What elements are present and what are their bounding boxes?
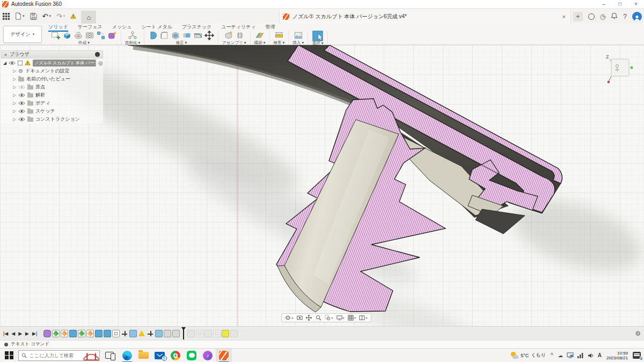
timeline-feature-suppressed-icon[interactable] <box>213 330 221 337</box>
text-command-bar[interactable]: テキスト コマンド <box>0 340 644 348</box>
panel-options-icon[interactable] <box>95 52 100 57</box>
construction-plane-icon[interactable] <box>255 31 265 40</box>
taskbar-app-fusion[interactable] <box>216 349 232 362</box>
orbit-button[interactable]: ▾ <box>285 315 293 321</box>
caret-down-icon[interactable]: ▾ <box>283 40 285 45</box>
extrude-icon[interactable] <box>62 31 72 40</box>
save-button[interactable] <box>27 10 40 22</box>
timeline-feature-extrude-icon[interactable] <box>104 330 111 337</box>
home-tab-button[interactable]: ⌂ <box>81 11 96 24</box>
move-copy-icon[interactable] <box>204 31 214 40</box>
view-cube[interactable]: Z <box>604 53 634 85</box>
pan-button[interactable] <box>306 315 312 321</box>
browser-item-construction[interactable]: ▷ コンストラクション <box>1 115 103 123</box>
notifications-bell-icon[interactable] <box>611 12 618 21</box>
timeline-feature-sketch-icon[interactable] <box>52 330 60 337</box>
tab-utilities[interactable]: ユーティリティ <box>221 24 255 31</box>
taskbar-app-chrome[interactable] <box>167 349 184 362</box>
timeline-settings-gear-icon[interactable]: ⚙ <box>635 330 641 337</box>
taskbar-app-mail[interactable]: 5 <box>151 349 167 362</box>
undo-button[interactable]: ↶ ▾ <box>40 10 54 22</box>
visibility-eye-off-icon[interactable] <box>18 85 25 90</box>
new-document-tab-button[interactable]: + <box>573 12 583 21</box>
weather-widget[interactable]: 5°C くもり <box>510 351 546 359</box>
document-tab[interactable]: ノズル① スカルプト 本体 バージョン6完成 v4* × <box>279 10 571 24</box>
visibility-eye-icon[interactable] <box>18 101 25 106</box>
automate-icon[interactable] <box>128 31 137 40</box>
search-input[interactable] <box>30 353 78 358</box>
caret-down-icon[interactable]: ▾ <box>264 40 266 45</box>
look-at-button[interactable] <box>297 315 303 321</box>
data-panel-button[interactable] <box>0 10 12 22</box>
maximize-button[interactable]: □ <box>612 0 628 9</box>
redo-button[interactable]: ↷ ▾ <box>54 10 68 22</box>
file-menu-button[interactable]: ▾ <box>12 10 27 22</box>
job-status-warning-button[interactable] <box>68 10 79 22</box>
caret-down-icon[interactable]: ▾ <box>244 40 246 45</box>
network-signal-icon[interactable] <box>577 353 584 358</box>
timeline-feature-sketch-icon[interactable] <box>61 330 68 337</box>
step-forward-button[interactable]: ▶ <box>25 331 29 336</box>
timeline-feature-warning-icon[interactable] <box>138 330 145 337</box>
task-view-button[interactable] <box>105 352 114 359</box>
tab-surface[interactable]: サーフェス <box>78 24 103 31</box>
visibility-eye-icon[interactable] <box>18 93 25 98</box>
select-icon[interactable] <box>312 30 324 42</box>
timeline-feature-form-icon[interactable] <box>43 330 51 337</box>
timeline-feature-move-icon[interactable] <box>121 330 128 337</box>
taskbar-search[interactable] <box>18 350 100 361</box>
expand-arrow-icon[interactable]: ▷ <box>13 101 16 106</box>
user-avatar[interactable] <box>632 12 642 21</box>
start-button[interactable] <box>0 349 18 362</box>
tray-expand-button[interactable]: ^ <box>551 352 553 358</box>
extensions-icon[interactable] <box>588 13 595 20</box>
fillet-icon[interactable] <box>159 31 169 40</box>
browser-item-analysis[interactable]: ▷ 解析 <box>1 91 103 99</box>
timeline-feature-align-icon[interactable] <box>155 330 163 337</box>
expand-arrow-icon[interactable]: ▷ <box>13 109 16 114</box>
insert-image-icon[interactable] <box>294 31 303 40</box>
ime-mode-indicator[interactable]: A <box>598 352 602 358</box>
workspace-selector[interactable]: デザイン ▾ <box>3 26 42 43</box>
activate-component-icon[interactable]: ◎ <box>98 60 103 66</box>
visibility-eye-icon[interactable] <box>18 117 25 122</box>
taskbar-app-edge[interactable] <box>119 349 135 362</box>
caret-down-icon[interactable]: ▾ <box>302 40 304 45</box>
caret-down-icon[interactable]: ▾ <box>185 40 187 45</box>
timeline-feature-extrude-icon[interactable] <box>95 330 103 337</box>
caret-down-icon[interactable]: ▾ <box>138 40 141 45</box>
caret-down-icon[interactable]: ▾ <box>87 40 90 45</box>
timeline-feature-suppressed-icon[interactable] <box>187 330 195 337</box>
tab-plastic[interactable]: プラスチック <box>182 24 211 31</box>
close-document-tab-button[interactable]: × <box>561 13 567 20</box>
grid-settings-button[interactable]: ▾ <box>348 315 356 321</box>
timeline-feature-sketch-icon[interactable] <box>78 330 85 337</box>
timeline-feature-sketch-icon[interactable] <box>86 330 94 337</box>
timeline-playhead[interactable] <box>183 328 184 339</box>
timeline-feature-offset-icon[interactable] <box>112 330 120 337</box>
display-icon[interactable] <box>567 352 574 358</box>
go-to-start-button[interactable]: |◀ <box>3 331 8 336</box>
expand-arrow-icon[interactable]: ▷ <box>13 85 16 90</box>
notification-center-button[interactable]: 6 <box>633 352 641 359</box>
display-settings-button[interactable]: ▾ <box>336 315 345 321</box>
taskbar-clock[interactable]: 10:59 2023/08/21 <box>606 351 628 360</box>
viewport-3d-canvas[interactable]: « ブラウザ ◢ ノズル① スカルプト 本体 バージ... ◎ ▷ ⚙ ドキュメ… <box>0 45 644 326</box>
browser-item-sketches[interactable]: ▷ スケッチ <box>1 107 103 115</box>
close-button[interactable]: × <box>628 0 644 9</box>
pattern-icon[interactable] <box>96 31 106 40</box>
shell-icon[interactable] <box>171 31 180 40</box>
speaker-icon[interactable] <box>588 353 594 358</box>
expand-arrow-icon[interactable]: ▷ <box>13 69 16 73</box>
measure-icon[interactable] <box>274 31 284 40</box>
cloud-icon[interactable]: ☁ <box>558 353 563 358</box>
play-button[interactable]: ▶ <box>18 331 22 336</box>
new-component-icon[interactable] <box>224 31 233 40</box>
hole-icon[interactable] <box>85 31 94 40</box>
go-to-end-button[interactable]: ▶| <box>32 331 37 336</box>
viewports-button[interactable]: ▾ <box>359 315 367 321</box>
minimize-button[interactable]: – <box>596 0 612 9</box>
taskbar-app-music[interactable]: ♪ <box>200 349 216 362</box>
timeline-feature-suppressed-icon[interactable] <box>230 330 238 337</box>
create-form-icon[interactable] <box>107 31 117 40</box>
